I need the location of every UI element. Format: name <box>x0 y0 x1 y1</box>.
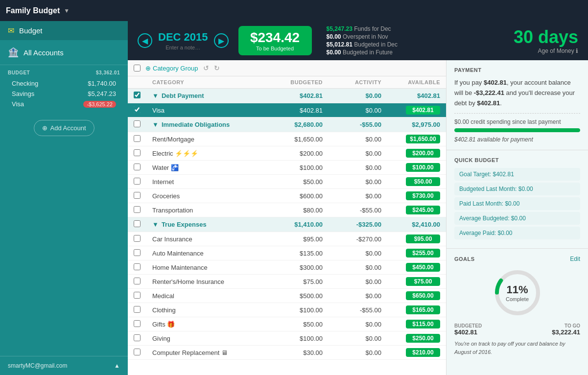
table-row[interactable]: Clothing $100.00 -$55.00 $165.00 <box>128 303 446 317</box>
select-all-checkbox[interactable] <box>134 65 141 71</box>
sidebar-account-visa[interactable]: Visa -$3,625.22 <box>8 99 120 109</box>
item-activity: $0.00 <box>329 289 387 303</box>
item-budgeted[interactable]: $30.00 <box>270 346 329 360</box>
item-budgeted[interactable]: $200.00 <box>270 146 329 161</box>
budget-body: ⊕ Category Group ↺ ↻ CATEGORY BUDGETED A… <box>128 60 588 375</box>
next-month-button[interactable]: ▶ <box>214 33 229 48</box>
item-budgeted[interactable]: $402.81 <box>270 103 329 117</box>
table-row[interactable]: Visa $402.81 $0.00 $402.81 <box>128 103 446 117</box>
item-activity: $0.00 <box>329 103 387 117</box>
avail-payment: $402.81 available for payment <box>454 136 580 143</box>
item-checkbox[interactable] <box>134 349 141 355</box>
group-triangle: ▼ <box>152 121 159 128</box>
table-row[interactable]: Gifts 🎁 $50.00 $0.00 $115.00 <box>128 317 446 331</box>
item-budgeted[interactable]: $95.00 <box>270 232 329 246</box>
item-activity: $0.00 <box>329 346 387 360</box>
group-checkbox[interactable] <box>134 220 141 227</box>
item-budgeted[interactable]: $1,650.00 <box>270 132 329 146</box>
item-budgeted[interactable]: $75.00 <box>270 275 329 289</box>
table-header-row: CATEGORY BUDGETED ACTIVITY AVAILABLE <box>128 76 446 89</box>
table-row[interactable]: Computer Replacement 🖥 $30.00 $0.00 $210… <box>128 346 446 360</box>
table-row[interactable]: Rent/Mortgage $1,650.00 $0.00 $1,650.00 <box>128 132 446 146</box>
sidebar-all-accounts-label: All Accounts <box>24 48 64 57</box>
item-checkbox[interactable] <box>134 235 141 242</box>
item-checkbox[interactable] <box>134 306 141 313</box>
item-budgeted[interactable]: $600.00 <box>270 189 329 203</box>
app-dropdown-arrow[interactable]: ▼ <box>64 7 70 14</box>
group-checkbox[interactable] <box>134 92 141 98</box>
table-group-row[interactable]: ▼ True Expenses $1,410.00 -$325.00 $2,41… <box>128 217 446 232</box>
qb-row-goal[interactable]: Goal Target: $402.81 <box>454 168 580 181</box>
table-row[interactable]: Auto Maintenance $135.00 $0.00 $255.00 <box>128 246 446 260</box>
month-info: DEC 2015 Enter a note… <box>158 31 208 50</box>
item-available: $1,650.00 <box>387 132 446 146</box>
group-budgeted: $1,410.00 <box>270 217 329 232</box>
table-row[interactable]: Internet $50.00 $0.00 $50.00 <box>128 175 446 189</box>
item-budgeted[interactable]: $135.00 <box>270 246 329 260</box>
qb-row-paid-last[interactable]: Paid Last Month: $0.00 <box>454 197 580 210</box>
item-checkbox[interactable] <box>134 206 141 213</box>
sidebar-item-budget[interactable]: ✉ Budget <box>0 21 128 40</box>
goals-edit-button[interactable]: Edit <box>570 256 580 262</box>
group-name: True Expenses <box>162 221 207 228</box>
item-budgeted[interactable]: $50.00 <box>270 175 329 189</box>
item-budgeted[interactable]: $300.00 <box>270 260 329 275</box>
sync-icon[interactable]: ▲ <box>114 362 120 369</box>
add-category-group-button[interactable]: ⊕ Category Group <box>145 65 198 72</box>
item-name: Electric ⚡⚡⚡ <box>146 146 270 161</box>
item-budgeted[interactable]: $100.00 <box>270 303 329 317</box>
item-name: Water 🚰 <box>146 161 270 175</box>
month-note[interactable]: Enter a note… <box>158 45 208 50</box>
qb-row-last-month[interactable]: Budgeted Last Month: $0.00 <box>454 183 580 195</box>
item-checkbox[interactable] <box>134 263 141 270</box>
item-activity: -$55.00 <box>329 203 387 217</box>
table-row[interactable]: Water 🚰 $100.00 $0.00 $100.00 <box>128 161 446 175</box>
item-activity: $0.00 <box>329 132 387 146</box>
sidebar-account-savings[interactable]: Savings $5,247.23 <box>8 89 120 99</box>
item-checkbox[interactable] <box>134 178 141 185</box>
qb-row-avg-paid[interactable]: Average Paid: $0.00 <box>454 227 580 239</box>
item-available: $245.00 <box>387 203 446 217</box>
item-budgeted[interactable]: $50.00 <box>270 317 329 331</box>
table-row[interactable]: Car Insurance $95.00 -$270.00 $95.00 <box>128 232 446 246</box>
add-account-button[interactable]: ⊕ Add Account <box>34 120 94 136</box>
group-activity: $0.00 <box>329 89 387 103</box>
table-group-row[interactable]: ▼ Immediate Obligations $2,680.00 -$55.0… <box>128 117 446 132</box>
item-budgeted[interactable]: $100.00 <box>270 161 329 175</box>
payment-divider <box>454 113 580 114</box>
item-checkbox[interactable] <box>134 135 141 142</box>
item-checkbox[interactable] <box>134 149 141 156</box>
item-checkbox[interactable] <box>134 334 141 341</box>
table-row[interactable]: Renter's/Home Insurance $75.00 $0.00 $75… <box>128 275 446 289</box>
table-row[interactable]: Groceries $600.00 $0.00 $730.00 <box>128 189 446 203</box>
item-checkbox[interactable] <box>134 192 141 199</box>
item-budgeted[interactable]: $80.00 <box>270 203 329 217</box>
table-row[interactable]: Electric ⚡⚡⚡ $200.00 $0.00 $200.00 <box>128 146 446 161</box>
payment-text: If you pay $402.81, your account balance… <box>454 78 580 108</box>
item-checkbox[interactable] <box>134 292 141 299</box>
item-name: Home Maintenance <box>146 260 270 275</box>
item-checkbox[interactable] <box>134 106 141 113</box>
table-row[interactable]: Home Maintenance $300.00 $0.00 $450.00 <box>128 260 446 275</box>
group-checkbox[interactable] <box>134 120 141 127</box>
item-checkbox[interactable] <box>134 278 141 284</box>
sidebar-item-all-accounts[interactable]: 🏦 All Accounts <box>0 40 128 65</box>
table-row[interactable]: Giving $100.00 $0.00 $250.00 <box>128 331 446 346</box>
sidebar-budget-label: Budget <box>19 26 43 35</box>
th-available: AVAILABLE <box>387 76 446 89</box>
app-title: Family Budget <box>6 6 60 15</box>
item-activity: $0.00 <box>329 260 387 275</box>
item-budgeted[interactable]: $500.00 <box>270 289 329 303</box>
table-row[interactable]: Medical $500.00 $0.00 $650.00 <box>128 289 446 303</box>
item-checkbox[interactable] <box>134 164 141 170</box>
item-checkbox[interactable] <box>134 249 141 256</box>
table-row[interactable]: Transportation $80.00 -$55.00 $245.00 <box>128 203 446 217</box>
table-group-row[interactable]: ▼ Debt Payment $402.81 $0.00 $402.81 <box>128 89 446 103</box>
refresh-icon-2[interactable]: ↻ <box>214 64 220 72</box>
refresh-icon-1[interactable]: ↺ <box>203 64 209 72</box>
item-checkbox[interactable] <box>134 320 141 327</box>
qb-row-avg-budgeted[interactable]: Average Budgeted: $0.00 <box>454 212 580 225</box>
item-budgeted[interactable]: $100.00 <box>270 331 329 346</box>
sidebar-account-checking[interactable]: Checking $1,740.00 <box>8 78 120 89</box>
prev-month-button[interactable]: ◀ <box>138 33 152 48</box>
